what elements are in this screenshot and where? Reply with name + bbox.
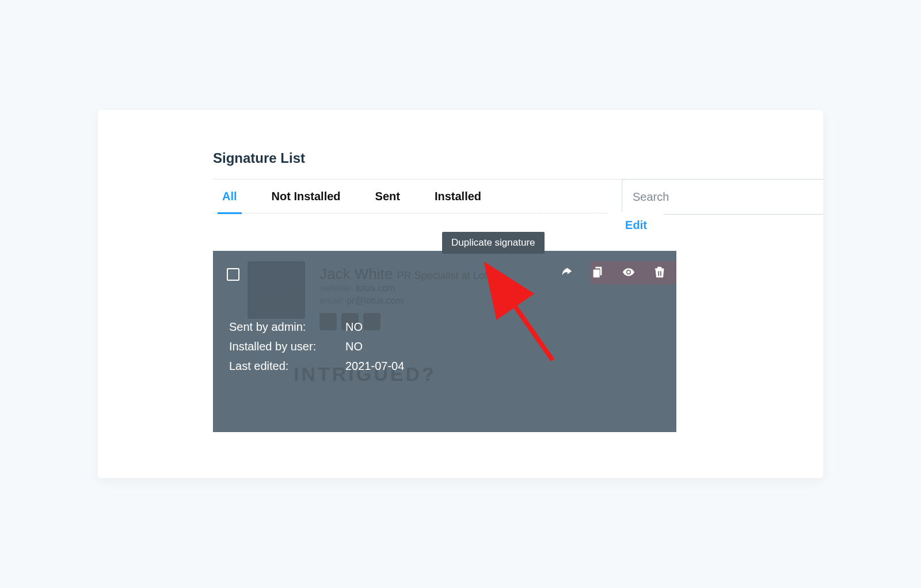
tab-all[interactable]: All (218, 179, 242, 213)
info-value: 2021-07-04 (345, 356, 404, 376)
signature-card: Jack White PR Specialist at Lotus websit… (213, 251, 676, 432)
signature-website: website: lotus.com (319, 283, 395, 293)
tab-label: Not Installed (272, 190, 341, 203)
duplicate-icon[interactable] (590, 265, 605, 280)
app-panel: Signature List All Not Installed Sent In… (98, 110, 823, 478)
info-label: Installed by user: (229, 337, 345, 356)
use-button[interactable]: Use (543, 212, 598, 238)
search-input[interactable] (622, 179, 823, 215)
filter-tabs: All Not Installed Sent Installed (213, 179, 823, 213)
info-label: Sent by admin: (229, 317, 345, 337)
signature-email: email: pr@lotus.com (319, 296, 404, 306)
page-title: Signature List (213, 150, 823, 166)
info-value: NO (345, 337, 363, 356)
tooltip-duplicate: Duplicate signature (442, 232, 545, 254)
tab-label: All (222, 190, 237, 203)
card-buttons: Use Edit (543, 212, 664, 238)
info-value: NO (345, 317, 363, 337)
info-row: Last edited: 2021-07-04 (229, 356, 404, 376)
tab-installed[interactable]: Installed (430, 179, 486, 213)
tab-label: Sent (375, 190, 400, 203)
signature-name: Jack White PR Specialist at Lotus (319, 265, 498, 283)
tab-label: Installed (435, 190, 481, 203)
avatar (248, 261, 305, 319)
eye-icon[interactable] (621, 265, 636, 280)
share-icon[interactable] (559, 265, 574, 280)
edit-button[interactable]: Edit (608, 212, 664, 238)
info-row: Installed by user: NO (229, 337, 404, 356)
card-info: Sent by admin: NO Installed by user: NO … (229, 317, 404, 376)
tab-sent[interactable]: Sent (371, 179, 405, 213)
select-checkbox[interactable] (227, 268, 239, 281)
info-label: Last edited: (229, 356, 345, 376)
info-row: Sent by admin: NO (229, 317, 404, 337)
trash-icon[interactable] (652, 265, 667, 280)
tab-not-installed[interactable]: Not Installed (267, 179, 345, 213)
card-actions (559, 265, 667, 280)
